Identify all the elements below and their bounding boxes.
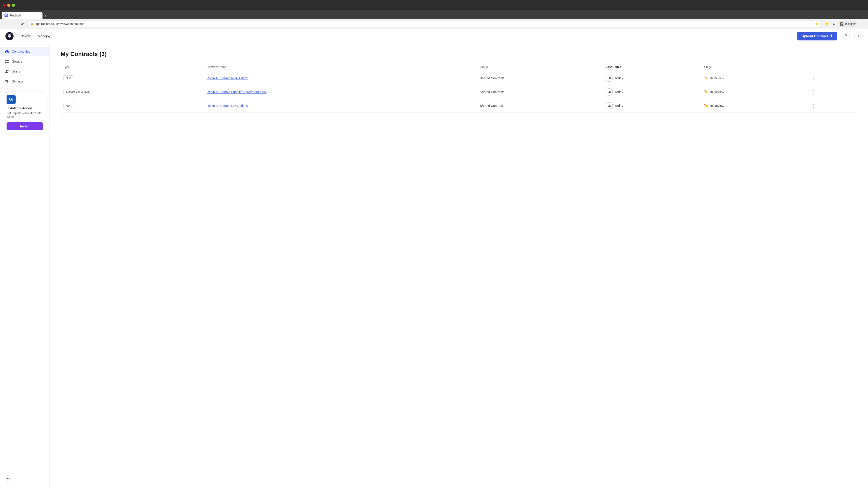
cell-last-edited-0: LDToday — [603, 71, 702, 85]
tab-close-btn[interactable]: × — [36, 13, 40, 17]
feedback-icon: ☁ — [6, 476, 9, 480]
contract-link-0[interactable]: Robin AI Sample NDA 1.docx — [207, 76, 248, 80]
edit-icon-0: ✏️ — [704, 76, 708, 80]
company-name: Moodjoy — [38, 34, 51, 38]
sidebar-item-label-settings: Settings — [12, 79, 23, 83]
app-header: Review Moodjoy Upload Contract ⬆ ? LD — [0, 29, 868, 43]
last-edited-text-2: Today — [615, 104, 623, 107]
new-tab-btn[interactable]: + — [42, 13, 49, 19]
more-options-btn-0[interactable]: ⋮ — [811, 75, 817, 81]
window-minimize-btn[interactable] — [7, 4, 10, 7]
cell-contract-name-2: Robin AI Sample NDA 2.docx — [204, 99, 477, 113]
stage-text-0: In Review — [710, 76, 724, 80]
last-edited-text-0: Today — [615, 76, 623, 80]
cell-group-0: Shared Contracts — [477, 71, 603, 85]
stage-content-2: ✏️In Review — [704, 104, 805, 108]
nav-bar: ← → ⟳ 🔒 app.robinai.co.uk/review/contrac… — [0, 19, 868, 29]
cell-last-edited-1: LDToday — [603, 85, 702, 99]
type-badge-0: NDA — [63, 75, 74, 81]
col-group-label: Group — [480, 65, 488, 69]
bookmark-btn[interactable]: ⭐ — [824, 21, 830, 27]
cell-group-2: Shared Contracts — [477, 99, 603, 113]
addon-install-btn[interactable]: Install — [6, 122, 43, 130]
col-actions — [808, 63, 857, 71]
more-options-btn-1[interactable]: ⋮ — [811, 89, 817, 95]
svg-point-5 — [7, 70, 8, 71]
cell-stage-1: ✏️In Review — [702, 85, 808, 99]
incognito-badge[interactable]: 🕵 Incognito — [838, 21, 858, 27]
col-type: Type — [61, 63, 204, 71]
forward-btn[interactable]: → — [11, 21, 17, 27]
cell-more-2: ⋮ — [808, 99, 857, 113]
sidebar-item-label-contract-hub: Contract Hub — [12, 50, 30, 53]
col-group: Group — [477, 63, 603, 71]
feedback-btn[interactable]: ☁ — [4, 475, 11, 482]
reload-btn[interactable]: ⟳ — [19, 21, 25, 27]
contract-link-2[interactable]: Robin AI Sample NDA 2.docx — [207, 104, 248, 107]
tab-favicon — [4, 13, 8, 17]
home-icon — [4, 49, 9, 54]
sort-ascending-icon: ↑ — [622, 66, 624, 69]
cell-more-0: ⋮ — [808, 71, 857, 85]
users-icon — [4, 69, 9, 74]
settings-icon — [4, 79, 9, 84]
svg-rect-3 — [7, 62, 8, 63]
address-bar[interactable]: 🔒 app.robinai.co.uk/review/contract-hub … — [27, 21, 822, 27]
help-btn[interactable]: ? — [842, 32, 850, 40]
table-row: NDARobin AI Sample NDA 1.docxShared Cont… — [61, 71, 857, 85]
stage-text-1: In Review — [710, 90, 724, 94]
user-avatar-sm-1: LD — [606, 88, 613, 96]
table-header-row: Type Contract Name Group Last Edited ↑ — [61, 63, 857, 71]
table-row: Supplier AgreementRobin AI Sample Suppli… — [61, 85, 857, 99]
edit-icon-2: ✏️ — [704, 104, 708, 108]
upload-contract-btn[interactable]: Upload Contract ⬆ — [797, 32, 837, 40]
contract-link-1[interactable]: Robin AI Sample Supplier Agreement.docx — [207, 90, 267, 94]
upload-icon: ⬆ — [830, 34, 833, 38]
type-badge-1: Supplier Agreement — [63, 89, 92, 95]
more-options-btn-2[interactable]: ⋮ — [811, 103, 817, 109]
address-text: app.robinai.co.uk/review/contract-hub — [35, 22, 813, 26]
cell-group-1: Shared Contracts — [477, 85, 603, 99]
tab-bar: Robin AI × + — [0, 10, 868, 19]
col-last-edited[interactable]: Last Edited ↑ — [603, 63, 702, 71]
menu-btn[interactable]: ⋮ — [859, 21, 865, 27]
col-stage: Stage — [702, 63, 808, 71]
download-btn[interactable]: ⬇ — [831, 21, 837, 27]
user-avatar[interactable]: LD — [855, 32, 863, 40]
sidebar-item-label-users: Users — [12, 70, 20, 73]
cell-contract-name-1: Robin AI Sample Supplier Agreement.docx — [204, 85, 477, 99]
type-badge-2: NDA — [63, 103, 74, 108]
sidebar-item-users[interactable]: Users — [0, 67, 50, 76]
window-maximize-btn[interactable] — [12, 4, 15, 7]
cell-type-0: NDA — [61, 71, 204, 85]
review-badge[interactable]: Review — [18, 33, 33, 39]
sidebar-bottom: ☁ — [0, 472, 50, 484]
col-last-edited-label: Last Edited — [606, 65, 621, 69]
app-container: Review Moodjoy Upload Contract ⬆ ? LD Co… — [0, 29, 868, 488]
sidebar-item-contract-hub[interactable]: Contract Hub — [0, 47, 50, 56]
stage-content-0: ✏️In Review — [704, 76, 805, 80]
sidebar-item-groups[interactable]: Groups — [0, 57, 50, 66]
col-contract-name: Contract Name — [204, 63, 477, 71]
sidebar-item-label-groups: Groups — [12, 60, 22, 63]
upload-contract-label: Upload Contract — [802, 34, 828, 38]
sidebar-item-settings[interactable]: Settings — [0, 77, 50, 86]
tab-label: Robin AI — [10, 14, 21, 17]
svg-rect-2 — [5, 62, 6, 63]
addon-desc: Get Reports within Microsoft Word! — [6, 111, 43, 119]
cell-stage-2: ✏️In Review — [702, 99, 808, 113]
cell-stage-0: ✏️In Review — [702, 71, 808, 85]
cell-last-edited-2: LDToday — [603, 99, 702, 112]
content-area: My Contracts (3) Type Contract Name Grou… — [50, 43, 868, 488]
window-controls — [3, 4, 15, 7]
active-tab[interactable]: Robin AI × — [2, 12, 42, 19]
window-close-btn[interactable] — [3, 4, 6, 7]
svg-rect-1 — [7, 60, 8, 61]
addon-title: Install the Add-in — [6, 106, 43, 110]
browser-chrome — [0, 0, 868, 10]
back-btn[interactable]: ← — [3, 21, 9, 27]
help-icon: ? — [845, 34, 847, 38]
table-row: NDARobin AI Sample NDA 2.docxShared Cont… — [61, 99, 857, 113]
last-edited-text-1: Today — [615, 90, 623, 94]
app-logo — [5, 32, 13, 40]
